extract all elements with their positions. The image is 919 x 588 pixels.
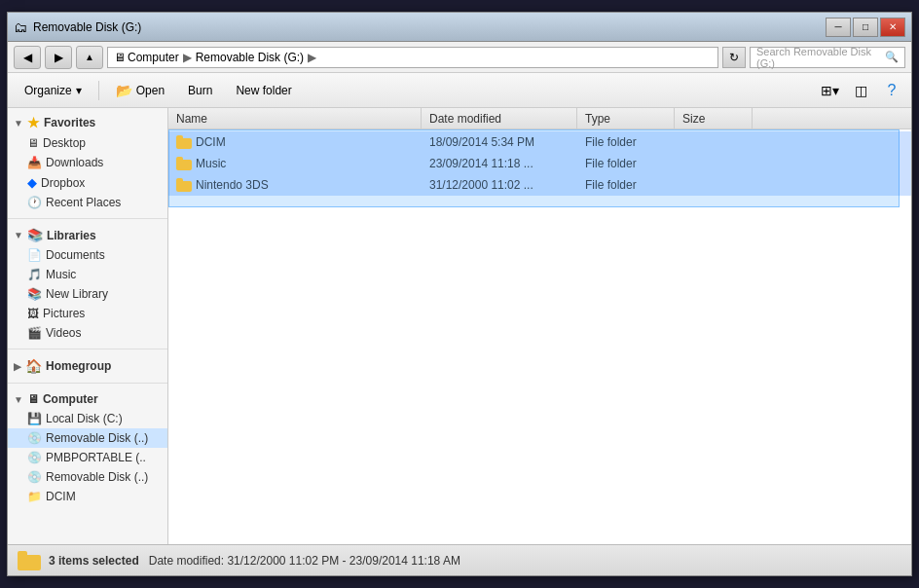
toolbar-separator-1: [98, 81, 99, 100]
minimize-button[interactable]: ─: [826, 18, 851, 37]
sidebar-item-removable-disk-g[interactable]: 💿 Removable Disk (..): [8, 428, 167, 448]
removable-disk-2-icon: 💿: [27, 470, 42, 484]
file-row-dcim[interactable]: DCIM 18/09/2014 5:34 PM File folder: [168, 131, 911, 153]
new-library-label: New Library: [46, 287, 108, 301]
sidebar-item-dcim-sub[interactable]: 📁 DCIM: [8, 487, 167, 506]
view-options-button[interactable]: ⊞▾: [816, 79, 843, 102]
sidebar-item-new-library[interactable]: 📚 New Library: [8, 284, 167, 304]
main-area: ▼ ★ Favorites 🖥 Desktop 📥 Downloads ◆ Dr…: [8, 108, 911, 544]
organize-button[interactable]: Organize ▾: [14, 77, 92, 104]
search-box[interactable]: Search Removable Disk (G:) 🔍: [750, 47, 905, 68]
recent-places-icon: 🕐: [27, 196, 42, 209]
dcim-sub-icon: 📁: [27, 490, 42, 503]
libraries-arrow-icon: ▼: [14, 230, 23, 240]
sidebar-item-pmbportable[interactable]: 💿 PMBPORTABLE (..: [8, 448, 167, 467]
title-bar-left: 🗂 Removable Disk (G:): [14, 19, 141, 35]
organize-arrow-icon: ▾: [76, 84, 82, 97]
computer-arrow-icon: ▼: [14, 394, 23, 405]
address-input[interactable]: 🖥 Computer ▶ Removable Disk (G:) ▶: [107, 47, 718, 68]
burn-button[interactable]: Burn: [177, 77, 223, 104]
libraries-label: Libraries: [47, 229, 96, 242]
file-date-nintendo: 31/12/2000 11:02 ...: [422, 178, 577, 192]
column-header-type[interactable]: Type: [577, 108, 675, 129]
desktop-label: Desktop: [43, 136, 86, 150]
toolbar: Organize ▾ 📂 Open Burn New folder ⊞▾ ◫ ?: [8, 73, 911, 108]
music-icon: 🎵: [27, 268, 42, 281]
sidebar-item-documents[interactable]: 📄 Documents: [8, 245, 167, 265]
folder-icon-nintendo: [176, 178, 192, 192]
file-type-nintendo: File folder: [577, 178, 675, 192]
refresh-button[interactable]: ↻: [722, 47, 746, 68]
title-bar: 🗂 Removable Disk (G:) ─ □ ✕: [8, 13, 911, 42]
sidebar-item-pictures[interactable]: 🖼 Pictures: [8, 304, 167, 323]
up-button[interactable]: ▲: [76, 46, 103, 69]
pmbportable-icon: 💿: [27, 451, 42, 464]
sidebar-item-removable-disk-2[interactable]: 💿 Removable Disk (..): [8, 467, 167, 487]
forward-button[interactable]: ▶: [45, 46, 72, 69]
file-type-music: File folder: [577, 157, 675, 170]
computer-icon: 🖥: [27, 392, 39, 406]
new-folder-button[interactable]: New folder: [225, 77, 302, 104]
sidebar-item-local-disk[interactable]: 💾 Local Disk (C:): [8, 409, 167, 428]
file-row-nintendo[interactable]: Nintendo 3DS 31/12/2000 11:02 ... File f…: [168, 174, 911, 196]
help-button[interactable]: ?: [878, 79, 905, 102]
libraries-group[interactable]: ▼ 📚 Libraries: [8, 225, 167, 245]
local-disk-icon: 💾: [27, 412, 42, 425]
breadcrumb: 🖥 Computer ▶ Removable Disk (G:) ▶: [114, 51, 318, 64]
music-label: Music: [46, 268, 76, 281]
file-type-dcim: File folder: [577, 135, 675, 149]
homegroup-arrow-icon: ▶: [14, 361, 21, 372]
window-icon: 🗂: [14, 19, 27, 35]
sidebar-item-desktop[interactable]: 🖥 Desktop: [8, 133, 167, 153]
pictures-label: Pictures: [43, 307, 85, 320]
downloads-icon: 📥: [27, 156, 42, 169]
sidebar: ▼ ★ Favorites 🖥 Desktop 📥 Downloads ◆ Dr…: [8, 108, 168, 544]
removable-disk-2-label: Removable Disk (..): [46, 470, 148, 484]
breadcrumb-sep-1: ▶: [183, 51, 192, 64]
documents-label: Documents: [46, 248, 105, 262]
window: 🗂 Removable Disk (G:) ─ □ ✕ ◀ ▶ ▲ 🖥 Comp…: [7, 12, 912, 576]
sidebar-item-recent-places[interactable]: 🕐 Recent Places: [8, 193, 167, 212]
file-row-music[interactable]: Music 23/09/2014 11:18 ... File folder: [168, 153, 911, 174]
column-header-date[interactable]: Date modified: [422, 108, 577, 129]
file-list[interactable]: DCIM 18/09/2014 5:34 PM File folder Musi…: [168, 129, 911, 544]
divider-1: [8, 218, 167, 219]
divider-3: [8, 383, 167, 384]
sidebar-item-videos[interactable]: 🎬 Videos: [8, 323, 167, 343]
column-header-size[interactable]: Size: [675, 108, 753, 129]
homegroup-section: ▶ 🏠 Homegroup: [8, 351, 167, 381]
breadcrumb-disk: Removable Disk (G:): [196, 51, 304, 64]
file-name-nintendo: Nintendo 3DS: [168, 178, 422, 192]
open-button[interactable]: 📂 Open: [105, 77, 175, 104]
videos-label: Videos: [46, 326, 81, 340]
preview-pane-button[interactable]: ◫: [847, 79, 874, 102]
favorites-arrow-icon: ▼: [14, 118, 23, 129]
sidebar-item-downloads[interactable]: 📥 Downloads: [8, 153, 167, 172]
favorites-group[interactable]: ▼ ★ Favorites: [8, 112, 167, 133]
new-folder-label: New folder: [236, 84, 291, 97]
desktop-icon: 🖥: [27, 136, 39, 150]
sidebar-item-music[interactable]: 🎵 Music: [8, 265, 167, 284]
close-button[interactable]: ✕: [880, 18, 905, 37]
address-bar: ◀ ▶ ▲ 🖥 Computer ▶ Removable Disk (G:) ▶…: [8, 42, 911, 73]
search-placeholder: Search Removable Disk (G:): [756, 46, 885, 69]
dcim-sub-label: DCIM: [46, 490, 76, 503]
homegroup-group[interactable]: ▶ 🏠 Homegroup: [8, 355, 167, 377]
breadcrumb-icon: 🖥: [114, 51, 126, 64]
computer-group[interactable]: ▼ 🖥 Computer: [8, 389, 167, 409]
libraries-section: ▼ 📚 Libraries 📄 Documents 🎵 Music 📚 New …: [8, 221, 167, 347]
sidebar-item-dropbox[interactable]: ◆ Dropbox: [8, 172, 167, 193]
status-date-range: Date modified: 31/12/2000 11:02 PM - 23/…: [149, 554, 460, 568]
organize-label: Organize: [24, 84, 72, 97]
removable-disk-g-label: Removable Disk (..): [46, 431, 148, 445]
removable-disk-g-icon: 💿: [27, 431, 42, 445]
column-header-name[interactable]: Name: [168, 108, 422, 129]
status-bar: 3 items selected Date modified: 31/12/20…: [8, 544, 911, 575]
file-date-dcim: 18/09/2014 5:34 PM: [422, 135, 577, 149]
homegroup-label: Homegroup: [46, 359, 111, 373]
dropbox-label: Dropbox: [41, 176, 85, 190]
pmbportable-label: PMBPORTABLE (..: [46, 451, 146, 464]
back-button[interactable]: ◀: [14, 46, 41, 69]
breadcrumb-sep-2: ▶: [308, 51, 316, 64]
maximize-button[interactable]: □: [853, 18, 878, 37]
